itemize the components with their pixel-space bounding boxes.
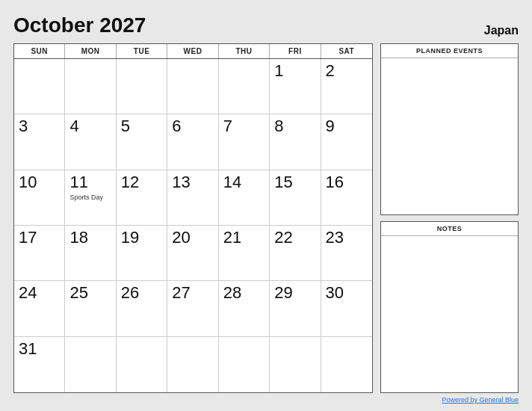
calendar-section: SUNMONTUEWEDTHUFRISAT 1234567891011Sport… [13, 43, 373, 393]
calendar-cell: 3 [14, 114, 65, 170]
day-header-wed: WED [167, 44, 218, 58]
calendar-cell: 13 [167, 170, 218, 226]
planned-events-title: PLANNED EVENTS [381, 44, 518, 58]
day-number: 14 [223, 173, 241, 191]
calendar-cell: 2 [321, 59, 372, 114]
calendar-cell [65, 59, 116, 114]
calendar-cell: 8 [270, 114, 321, 170]
day-number: 25 [69, 284, 87, 302]
calendar-cell: 20 [167, 226, 218, 281]
day-number: 1 [274, 62, 283, 80]
day-header-tue: TUE [117, 44, 167, 58]
calendar-cell [117, 337, 167, 392]
day-number: 9 [326, 117, 335, 135]
notes-title: NOTES [381, 222, 518, 236]
calendar-cell: 7 [219, 114, 270, 170]
calendar-cell: 19 [117, 226, 167, 281]
day-number: 2 [326, 62, 335, 80]
day-number: 30 [326, 284, 344, 302]
calendar-cell: 18 [65, 226, 116, 281]
calendar-cell [219, 59, 270, 114]
calendar-cell [321, 337, 372, 392]
notes-content [381, 236, 518, 392]
calendar-cell [167, 337, 218, 392]
calendar-cell: 16 [321, 170, 372, 226]
day-number: 29 [274, 284, 292, 302]
calendar-cell: 10 [14, 170, 65, 226]
day-number: 26 [121, 284, 139, 302]
notes-box: NOTES [380, 221, 519, 393]
calendar-cell: 30 [321, 281, 372, 336]
day-number: 12 [121, 173, 139, 191]
calendar-cell: 17 [14, 226, 65, 281]
calendar-cell: 1 [270, 59, 321, 114]
day-number: 23 [326, 229, 344, 247]
day-header-sat: SAT [321, 44, 372, 58]
calendar-cell: 23 [321, 226, 372, 281]
day-number: 16 [326, 173, 344, 191]
calendar-cell [219, 337, 270, 392]
planned-events-content [381, 58, 518, 214]
main-content: SUNMONTUEWEDTHUFRISAT 1234567891011Sport… [13, 43, 519, 393]
day-number: 7 [223, 117, 232, 135]
sidebar: PLANNED EVENTS NOTES [380, 43, 519, 393]
calendar-cell [117, 59, 167, 114]
calendar-cell: 5 [117, 114, 167, 170]
day-number: 19 [121, 229, 139, 247]
calendar-cell: 22 [270, 226, 321, 281]
footer: Powered by General Blue [13, 396, 519, 404]
day-number: 3 [19, 117, 28, 135]
calendar-cell [14, 59, 65, 114]
day-header-thu: THU [219, 44, 270, 58]
calendar-cell [270, 337, 321, 392]
day-number: 11 [69, 173, 87, 191]
calendar-cell: 15 [270, 170, 321, 226]
calendar-cell: 12 [117, 170, 167, 226]
calendar-cell: 27 [167, 281, 218, 336]
day-number: 31 [19, 340, 37, 358]
day-number: 18 [69, 229, 87, 247]
day-number: 24 [19, 284, 37, 302]
day-number: 28 [223, 284, 241, 302]
calendar-cell: 4 [65, 114, 116, 170]
day-number: 21 [223, 229, 241, 247]
powered-by-link[interactable]: Powered by General Blue [442, 396, 519, 404]
day-number: 27 [172, 284, 190, 302]
calendar-cell: 26 [117, 281, 167, 336]
calendar-cell [65, 337, 116, 392]
day-header-sun: SUN [14, 44, 65, 58]
calendar-cell: 11Sports Day [65, 170, 116, 226]
calendar-cell [167, 59, 218, 114]
day-number: 20 [172, 229, 190, 247]
day-header-mon: MON [65, 44, 116, 58]
calendar-cell: 14 [219, 170, 270, 226]
day-number: 4 [69, 117, 78, 135]
calendar-cell: 6 [167, 114, 218, 170]
calendar-grid: 1234567891011Sports Day12131415161718192… [14, 59, 372, 392]
month-title: October 2027 [13, 13, 146, 37]
event-label: Sports Day [69, 194, 103, 201]
day-number: 8 [274, 117, 283, 135]
calendar-cell: 21 [219, 226, 270, 281]
page-header: October 2027 Japan [13, 13, 519, 37]
calendar-cell: 9 [321, 114, 372, 170]
calendar-cell: 28 [219, 281, 270, 336]
calendar-cell: 29 [270, 281, 321, 336]
day-number: 15 [274, 173, 292, 191]
calendar-cell: 25 [65, 281, 116, 336]
day-number: 22 [274, 229, 292, 247]
calendar-page: October 2027 Japan SUNMONTUEWEDTHUFRISAT… [0, 0, 532, 411]
days-header: SUNMONTUEWEDTHUFRISAT [14, 44, 372, 59]
calendar-cell: 24 [14, 281, 65, 336]
country-title: Japan [484, 24, 519, 37]
day-header-fri: FRI [270, 44, 321, 58]
planned-events-box: PLANNED EVENTS [380, 43, 519, 215]
day-number: 13 [172, 173, 190, 191]
day-number: 10 [19, 173, 37, 191]
calendar-cell: 31 [14, 337, 65, 392]
day-number: 17 [19, 229, 37, 247]
day-number: 6 [172, 117, 181, 135]
day-number: 5 [121, 117, 130, 135]
